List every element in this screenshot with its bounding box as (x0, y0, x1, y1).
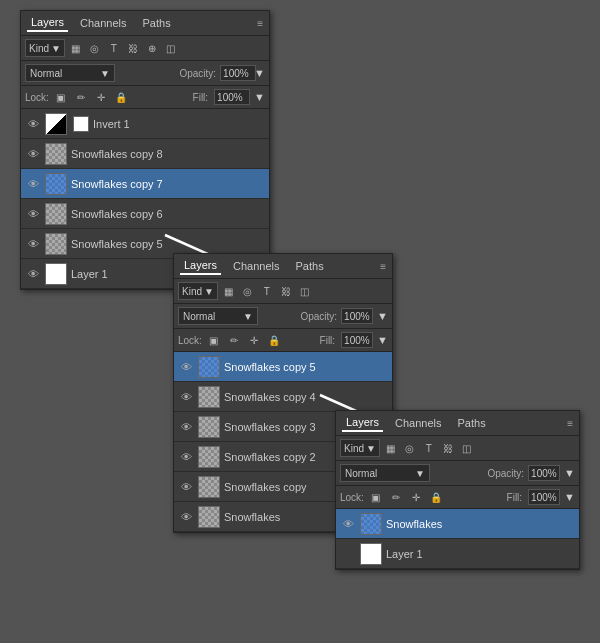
layer-name: Snowflakes copy 6 (71, 208, 265, 220)
p3-icon-chain[interactable]: ⛓ (440, 440, 456, 456)
eye-icon[interactable]: 👁 (340, 516, 356, 532)
eye-icon[interactable]: 👁 (25, 116, 41, 132)
eye-icon[interactable]: 👁 (178, 359, 194, 375)
lock-transparent-btn[interactable]: ▣ (53, 89, 69, 105)
icon-circle[interactable]: ◎ (87, 40, 103, 56)
p2-lock-pos[interactable]: ✛ (246, 332, 262, 348)
panel2-tab-layers[interactable]: Layers (180, 257, 221, 275)
kind-label-3: Kind (344, 443, 364, 454)
lock-pos-btn[interactable]: ✛ (93, 89, 109, 105)
layer-row[interactable]: 👁 Snowflakes copy 8 (21, 139, 269, 169)
eye-icon[interactable]: 👁 (25, 206, 41, 222)
panel2-fill-input[interactable] (341, 332, 373, 348)
p3-lock-pixel[interactable]: ✏ (388, 489, 404, 505)
layer-row[interactable]: 👁 Snowflakes copy 7 (21, 169, 269, 199)
panel1-blend-row: Normal ▼ Opacity: ▼ (21, 61, 269, 86)
layer-name: Snowflakes copy 5 (71, 238, 265, 250)
layer-row[interactable]: 👁 Snowflakes copy 6 (21, 199, 269, 229)
eye-icon[interactable]: 👁 (178, 419, 194, 435)
p3-lock-pos[interactable]: ✛ (408, 489, 424, 505)
p2-icon-pixel[interactable]: ▦ (221, 283, 237, 299)
layer-name: Snowflakes copy 7 (71, 178, 265, 190)
panel2-tab-channels[interactable]: Channels (229, 258, 283, 274)
panel2-menu-icon[interactable]: ≡ (380, 261, 386, 272)
lock-all-btn[interactable]: 🔒 (113, 89, 129, 105)
eye-icon[interactable]: 👁 (178, 479, 194, 495)
p2-icon-filter[interactable]: ◫ (297, 283, 313, 299)
eye-icon[interactable]: 👁 (178, 509, 194, 525)
panel3-tab-paths[interactable]: Paths (454, 415, 490, 431)
p3-icon-filter[interactable]: ◫ (459, 440, 475, 456)
p3-icon-pixel[interactable]: ▦ (383, 440, 399, 456)
layer-row[interactable]: 👁 Snowflakes (336, 509, 579, 539)
panel1-tab-channels[interactable]: Channels (76, 15, 130, 31)
layer-row[interactable]: Layer 1 (336, 539, 579, 569)
layer-row[interactable]: 👁 Snowflakes copy 5 (174, 352, 392, 382)
panel3-menu-icon[interactable]: ≡ (567, 418, 573, 429)
layer-thumb (198, 386, 220, 408)
panel3-lock-row: Lock: ▣ ✏ ✛ 🔒 Fill: ▼ (336, 486, 579, 509)
layer-thumb (198, 476, 220, 498)
eye-icon[interactable]: 👁 (25, 176, 41, 192)
p2-icon-chain[interactable]: ⛓ (278, 283, 294, 299)
eye-icon[interactable]: 👁 (25, 236, 41, 252)
panel1-kind-select[interactable]: Kind ▼ (25, 39, 65, 57)
panel2-blend-select[interactable]: Normal ▼ (178, 307, 258, 325)
panel3-tab-channels[interactable]: Channels (391, 415, 445, 431)
layer-thumb (45, 173, 67, 195)
panel2-kind-select[interactable]: Kind ▼ (178, 282, 218, 300)
panel1-blend-select[interactable]: Normal ▼ (25, 64, 115, 82)
eye-icon[interactable]: 👁 (25, 146, 41, 162)
panel2-opacity-input[interactable] (341, 308, 373, 324)
panel3-toolbar: Kind ▼ ▦ ◎ T ⛓ ◫ (336, 436, 579, 461)
p3-lock-transparent[interactable]: ▣ (368, 489, 384, 505)
panel3-kind-select[interactable]: Kind ▼ (340, 439, 380, 457)
eye-icon[interactable]: 👁 (178, 449, 194, 465)
layers-panel-1[interactable]: Layers Channels Paths ≡ Kind ▼ ▦ ◎ T ⛓ ⊕… (20, 10, 270, 290)
layer-name: Snowflakes (386, 518, 575, 530)
panel3-opacity-input[interactable] (528, 465, 560, 481)
icon-adjust[interactable]: ⊕ (144, 40, 160, 56)
layer-row[interactable]: 👁 Snowflakes copy 4 (174, 382, 392, 412)
p2-icon-circle[interactable]: ◎ (240, 283, 256, 299)
panel2-tab-paths[interactable]: Paths (292, 258, 328, 274)
icon-T[interactable]: T (106, 40, 122, 56)
layer-thumb (360, 513, 382, 535)
lock-pixel-btn[interactable]: ✏ (73, 89, 89, 105)
layers-panel-3[interactable]: Layers Channels Paths ≡ Kind ▼ ▦ ◎ T ⛓ ◫… (335, 410, 580, 570)
p2-icon-T[interactable]: T (259, 283, 275, 299)
kind-label-2: Kind (182, 286, 202, 297)
eye-icon[interactable]: 👁 (25, 266, 41, 282)
layer-name: Layer 1 (386, 548, 575, 560)
icon-chain[interactable]: ⛓ (125, 40, 141, 56)
icon-filter[interactable]: ◫ (163, 40, 179, 56)
p2-lock-pixel[interactable]: ✏ (226, 332, 242, 348)
layer-thumb (45, 113, 67, 135)
panel1-opacity-input[interactable] (220, 65, 256, 81)
eye-icon[interactable] (340, 546, 356, 562)
p2-lock-all[interactable]: 🔒 (266, 332, 282, 348)
p3-icon-circle[interactable]: ◎ (402, 440, 418, 456)
panel3-opacity: Opacity: ▼ (487, 465, 575, 481)
layer-thumb (45, 143, 67, 165)
panel3-blend-select[interactable]: Normal ▼ (340, 464, 430, 482)
icon-pixel[interactable]: ▦ (68, 40, 84, 56)
panel3-blend-row: Normal ▼ Opacity: ▼ (336, 461, 579, 486)
panel2-blend-row: Normal ▼ Opacity: ▼ (174, 304, 392, 329)
panel3-fill-input[interactable] (528, 489, 560, 505)
panel1-menu-icon[interactable]: ≡ (257, 18, 263, 29)
layer-thumb (45, 263, 67, 285)
p2-lock-transparent[interactable]: ▣ (206, 332, 222, 348)
layer-name: Snowflakes copy 4 (224, 391, 388, 403)
panel1-tab-layers[interactable]: Layers (27, 14, 68, 32)
layer-thumb (45, 233, 67, 255)
kind-label: Kind (29, 43, 49, 54)
layer-row[interactable]: 👁 Invert 1 (21, 109, 269, 139)
panel1-tab-paths[interactable]: Paths (139, 15, 175, 31)
p3-icon-T[interactable]: T (421, 440, 437, 456)
panel3-tab-layers[interactable]: Layers (342, 414, 383, 432)
p3-lock-all[interactable]: 🔒 (428, 489, 444, 505)
panel1-fill-input[interactable] (214, 89, 250, 105)
eye-icon[interactable]: 👁 (178, 389, 194, 405)
panel2-toolbar: Kind ▼ ▦ ◎ T ⛓ ◫ (174, 279, 392, 304)
